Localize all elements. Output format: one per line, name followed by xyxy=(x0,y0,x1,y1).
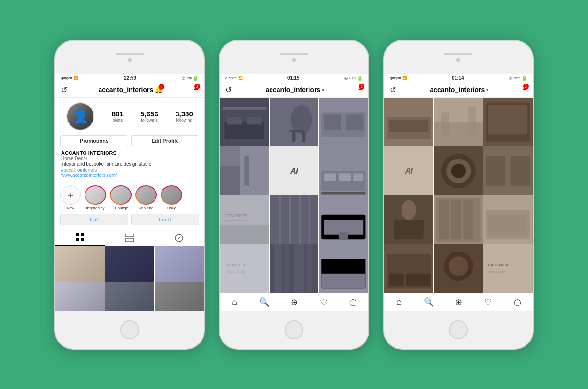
grid-cell-2-3-1[interactable]: CONCRETE xyxy=(220,195,269,244)
grid-cell-2-4-3[interactable] xyxy=(319,244,368,292)
grid-cell-2-2[interactable] xyxy=(105,282,155,311)
grid-cell-3-4-3[interactable]: DARK MODE Interior Collection xyxy=(483,244,533,292)
tab-list[interactable] xyxy=(105,229,154,246)
menu-button-2[interactable]: ≡ 2 xyxy=(358,85,363,94)
home-button-1[interactable] xyxy=(120,320,139,339)
email-button[interactable]: Email xyxy=(131,214,199,225)
history-button-2[interactable]: ↺ xyxy=(225,85,232,94)
content-tabs-1 xyxy=(55,229,204,246)
grid-cell-3-1-3[interactable] xyxy=(483,98,533,147)
profile-stats-1: 👤 801 posts 5,656 followers 3,380 follow… xyxy=(55,98,204,135)
power-button-3[interactable] xyxy=(533,102,534,132)
mute-button-3[interactable] xyxy=(383,88,384,102)
notification-bell-1[interactable]: 🔔 3 xyxy=(155,86,162,93)
power-button-2[interactable] xyxy=(368,102,369,132)
story-new[interactable]: ＋ New xyxy=(60,185,81,210)
volume-up-button[interactable] xyxy=(54,109,55,130)
grid-cell-1-3[interactable] xyxy=(155,246,204,282)
edit-profile-button[interactable]: Edit Profile xyxy=(131,135,199,146)
phone-top-bezel-2 xyxy=(220,41,368,74)
grid-cell-3-2-2[interactable] xyxy=(434,146,483,196)
promotions-button[interactable]: Promotions xyxy=(60,135,128,146)
following-count: 3,380 xyxy=(175,110,193,118)
history-button-1[interactable]: ↺ xyxy=(61,85,67,94)
search-nav-2[interactable]: 🔍 xyxy=(249,297,279,307)
svg-rect-9 xyxy=(227,117,242,124)
status-bar-3: giffgaff 📶 01:14 ◎ 79% 🔋 xyxy=(384,74,533,83)
grid-cell-3-3-1[interactable] xyxy=(384,195,433,244)
svg-rect-91 xyxy=(483,244,533,292)
menu-badge-2: 2 xyxy=(359,84,364,89)
volume-down-button[interactable] xyxy=(54,135,55,156)
story-inspired[interactable]: Inspired by xyxy=(85,185,106,210)
grid-cell-2-4-1[interactable]: CONCRETE Interior Design xyxy=(220,244,269,292)
profile-website[interactable]: www.accantointeriors.com/ xyxy=(61,173,198,178)
story-daily[interactable]: Daily xyxy=(161,185,182,210)
profile-nav-3[interactable]: ◯ xyxy=(503,297,533,307)
story-khokho[interactable]: Kho Kho xyxy=(135,185,157,210)
grid-cell-2-1[interactable] xyxy=(55,282,105,311)
story-inner-1 xyxy=(85,186,105,204)
svg-rect-37 xyxy=(289,195,291,244)
grid-cell-3-2-1[interactable]: AI xyxy=(384,146,433,196)
tab-tagged[interactable] xyxy=(155,229,204,246)
grid-cell-1-2[interactable] xyxy=(105,246,155,282)
svg-rect-34 xyxy=(224,220,249,220)
svg-rect-72 xyxy=(511,156,530,186)
battery-percent-2: 79% xyxy=(348,76,356,80)
power-button[interactable] xyxy=(204,102,205,132)
wifi-icon-3: 📶 xyxy=(402,76,407,80)
photo-grid-2: AI CONCRETE xyxy=(220,98,368,293)
profile-hashtag[interactable]: #accantointeriors xyxy=(61,168,198,173)
grid-cell-2-2-2[interactable]: AI xyxy=(270,146,319,196)
story-blounge[interactable]: B lounge xyxy=(110,185,132,210)
home-nav-3[interactable]: ⌂ xyxy=(384,297,414,307)
grid-cell-3-4-2[interactable] xyxy=(434,244,483,292)
grid-cell-2-3[interactable] xyxy=(155,282,204,311)
heart-nav-3[interactable]: ♡ xyxy=(473,297,503,307)
svg-rect-80 xyxy=(463,200,473,239)
grid-cell-2-3-2[interactable] xyxy=(270,195,319,244)
menu-button-1[interactable]: ≡ 2 xyxy=(194,85,198,94)
volume-up-button-3[interactable] xyxy=(383,109,384,130)
profile-nav-2[interactable]: ◯ xyxy=(339,297,368,307)
grid-cell-2-4-2[interactable] xyxy=(270,244,319,292)
grid-cell-3-4-1[interactable] xyxy=(384,244,433,292)
tab-grid[interactable] xyxy=(55,229,105,246)
grid-cell-3-1-2[interactable] xyxy=(434,98,483,147)
grid-cell-2-1-1[interactable] xyxy=(220,98,269,147)
search-nav-3[interactable]: 🔍 xyxy=(414,297,443,307)
story-inner-2 xyxy=(111,186,131,204)
dropdown-arrow-2[interactable]: ▾ xyxy=(322,87,324,92)
grid-cell-2-3-3[interactable] xyxy=(319,195,368,244)
history-button-3[interactable]: ↺ xyxy=(390,85,396,94)
grid-cell-2-2-1[interactable] xyxy=(220,146,269,196)
grid-cell-3-3-2[interactable] xyxy=(434,195,483,244)
add-nav-3[interactable]: ⊕ xyxy=(443,297,473,307)
home-button-3[interactable] xyxy=(449,320,468,339)
mute-button[interactable] xyxy=(54,88,55,102)
home-nav-2[interactable]: ⌂ xyxy=(220,297,249,307)
mute-button-2[interactable] xyxy=(219,88,220,102)
grid-cell-2-1-2[interactable] xyxy=(270,98,319,147)
svg-rect-87 xyxy=(406,274,431,286)
dropdown-arrow-3[interactable]: ▾ xyxy=(486,87,488,92)
grid-cell-3-1-1[interactable] xyxy=(384,98,433,147)
posts-label: posts xyxy=(112,118,124,122)
grid-cell-3-3-3[interactable] xyxy=(483,195,533,244)
add-nav-2[interactable]: ⊕ xyxy=(279,297,309,307)
svg-rect-10 xyxy=(247,117,262,124)
grid-cell-1-1[interactable] xyxy=(55,246,105,282)
menu-button-3[interactable]: ≡ 2 xyxy=(523,85,527,94)
grid-cell-3-2-3[interactable] xyxy=(483,146,533,196)
volume-down-button-2[interactable] xyxy=(219,135,220,156)
svg-point-74 xyxy=(402,200,416,220)
grid-cell-2-1-3[interactable] xyxy=(319,98,368,147)
story-inner-3 xyxy=(136,186,156,204)
volume-down-button-3[interactable] xyxy=(383,135,384,156)
heart-nav-2[interactable]: ♡ xyxy=(309,297,339,307)
volume-up-button-2[interactable] xyxy=(219,109,220,130)
home-button-2[interactable] xyxy=(285,320,303,339)
call-button[interactable]: Call xyxy=(60,214,128,225)
grid-cell-2-2-3[interactable] xyxy=(319,146,368,196)
